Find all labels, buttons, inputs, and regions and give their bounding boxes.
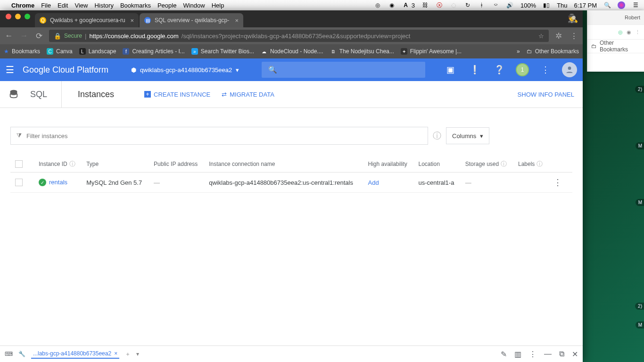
table-row[interactable]: ✓rentals MySQL 2nd Gen 5.7 — qwiklabs-gc… [10, 173, 572, 193]
menu-help[interactable]: Help [212, 2, 224, 9]
col-ha[interactable]: High availability [363, 156, 413, 173]
star-icon[interactable]: ☆ [538, 33, 544, 40]
close-shell-icon[interactable]: ✕ [572, 350, 578, 359]
row-checkbox[interactable] [15, 179, 23, 186]
menu-file[interactable]: File [41, 2, 51, 9]
shell-menu-icon[interactable]: ⋮ [529, 350, 537, 359]
chrome-menu-icon[interactable]: ⋮ [569, 31, 579, 41]
popout-icon[interactable]: ⧉ [559, 350, 564, 358]
other-bookmarks-2[interactable]: Other Bookmarks [600, 40, 640, 53]
col-type[interactable]: Type [82, 156, 149, 173]
col-ip[interactable]: Public IP address [149, 156, 204, 173]
onepassword-icon[interactable]: ◎ [374, 1, 381, 9]
chrome-menu-icon[interactable]: ⋮ [635, 29, 640, 35]
col-location[interactable]: Location [414, 156, 461, 173]
menu-window[interactable]: Window [183, 2, 205, 9]
menu-bookmarks[interactable]: Bookmarks [120, 2, 151, 9]
instance-id-link[interactable]: rentals [49, 179, 67, 186]
tab-qwiklabs[interactable]: Q Qwiklabs + googlecoursera-ru × [35, 13, 139, 27]
col-conn[interactable]: Instance connection name [204, 156, 363, 173]
account-avatar[interactable] [562, 62, 577, 77]
battery-icon[interactable]: ▮▯ [543, 1, 550, 9]
extensions-icon[interactable]: ✲ [553, 31, 564, 41]
row-actions-menu[interactable]: ⋮ [553, 178, 562, 187]
close-tab-icon[interactable]: × [235, 17, 239, 24]
menu-history[interactable]: History [94, 2, 113, 9]
bookmark-item[interactable]: LLandscape [79, 48, 116, 55]
bookmark-item[interactable]: 🗎The Nodejitsu Chea... [330, 48, 394, 55]
reload-button[interactable]: ⟳ [34, 31, 44, 41]
bookmarks-overflow-icon[interactable]: » [517, 48, 520, 55]
wifi-icon[interactable]: ⌔ [492, 1, 500, 9]
gcast-icon[interactable]: ◎ [618, 29, 623, 35]
new-tab-icon[interactable]: ＋ [125, 350, 131, 358]
plus-icon: + [144, 91, 151, 98]
app-name[interactable]: Chrome [11, 2, 34, 9]
columns-dropdown[interactable]: Columns ▾ [446, 127, 489, 144]
cloud-shell-icon[interactable]: ▣ [442, 65, 458, 75]
col-labels[interactable]: Labels [518, 161, 535, 167]
ext-icon[interactable]: ◉ [627, 29, 631, 35]
close-window-icon[interactable] [6, 14, 11, 19]
filter-help-icon[interactable]: ⓘ [433, 130, 441, 141]
help-icon[interactable]: ⓘ [537, 160, 543, 167]
close-icon[interactable]: × [114, 350, 117, 357]
volume-icon[interactable]: 🔊 [506, 1, 514, 9]
help-icon[interactable]: ⓘ [69, 160, 75, 167]
menu-edit[interactable]: Edit [58, 2, 68, 9]
page-title: Instances [78, 90, 114, 99]
gcp-logo[interactable]: Google Cloud Platform [23, 65, 108, 75]
bookmark-item[interactable]: fCreating Articles - I... [123, 48, 184, 55]
gcp-search[interactable]: 🔍 [262, 62, 425, 78]
add-ha-link[interactable]: Add [368, 179, 379, 186]
hamburger-icon[interactable]: ☰ [6, 64, 14, 75]
wrench-icon[interactable]: 🔧 [18, 351, 25, 357]
creative-cloud-icon[interactable]: ◉ [388, 1, 396, 9]
back-button[interactable]: ← [4, 31, 14, 41]
forward-button[interactable]: → [19, 31, 29, 41]
project-picker[interactable]: ⬢ qwiklabs-gcp-a414880b6735eea2 ▾ [131, 66, 239, 74]
bookmark-item[interactable]: »Search Twitter Bios... [191, 48, 254, 55]
help-icon[interactable]: ❔ [491, 65, 507, 75]
shell-tab[interactable]: ...labs-gcp-a414880b6735eea2× [31, 349, 119, 359]
menu-view[interactable]: View [74, 2, 88, 9]
edit-icon[interactable]: ✎ [501, 350, 507, 359]
upload-icon[interactable]: ▥ [514, 350, 521, 359]
spotlight-icon[interactable]: 🔍 [603, 1, 611, 9]
virus-icon[interactable]: ⓧ [436, 1, 443, 9]
migrate-data-button[interactable]: ⇄MIGRATE DATA [222, 91, 274, 98]
bookmark-item[interactable]: ✦Flippin' Awesome |... [401, 48, 462, 55]
shell-dropdown-icon[interactable]: ▾ [136, 351, 139, 357]
select-all-checkbox[interactable] [15, 160, 23, 168]
timemachine-icon[interactable]: ↻ [464, 1, 471, 9]
filter-input[interactable]: ⧩ Filter instances [10, 127, 428, 145]
adobe-icon[interactable]: A [402, 1, 410, 9]
bookmark-item[interactable]: CCanva [47, 48, 73, 55]
bluetooth-icon[interactable]: ᚼ [478, 1, 486, 9]
show-info-panel-button[interactable]: SHOW INFO PANEL [518, 91, 574, 98]
minimize-window-icon[interactable] [15, 14, 21, 19]
dropbox-icon[interactable]: ⛓ [421, 1, 429, 9]
address-bar[interactable]: 🔒 Secure | https://console.cloud.google.… [49, 30, 549, 42]
bookmark-item[interactable]: ☁NodeCloud - Node.... [261, 48, 323, 55]
menu-people[interactable]: People [157, 2, 176, 9]
free-trial-badge[interactable]: 1 [516, 63, 529, 76]
service-name[interactable]: SQL [30, 81, 62, 107]
notifications-icon[interactable]: ❕ [467, 65, 483, 75]
zoom-window-icon[interactable] [25, 14, 30, 19]
cell-conn: qwiklabs-gcp-a414880b6735eea2:us-central… [204, 173, 363, 193]
close-tab-icon[interactable]: × [130, 17, 134, 24]
minimize-icon[interactable]: — [544, 350, 552, 358]
create-instance-button[interactable]: +CREATE INSTANCE [144, 91, 210, 98]
siri-icon[interactable]: . [618, 1, 625, 9]
col-storage[interactable]: Storage used [465, 161, 499, 167]
settings-menu-icon[interactable]: ⋮ [537, 65, 553, 75]
col-instance-id[interactable]: Instance ID [39, 161, 67, 167]
bookmark-item[interactable]: ★Bookmarks [4, 48, 40, 55]
tab-sql-overview[interactable]: ▤ SQL overview - qwiklabs-gcp- × [140, 13, 243, 27]
profile-name[interactable]: Robert [625, 15, 640, 20]
other-bookmarks-folder[interactable]: 🗀Other Bookmarks [527, 48, 579, 55]
help-icon[interactable]: ⓘ [501, 160, 507, 167]
notifications-icon[interactable]: ☰ [632, 1, 639, 9]
keyboard-icon[interactable]: ⌨ [5, 351, 13, 357]
